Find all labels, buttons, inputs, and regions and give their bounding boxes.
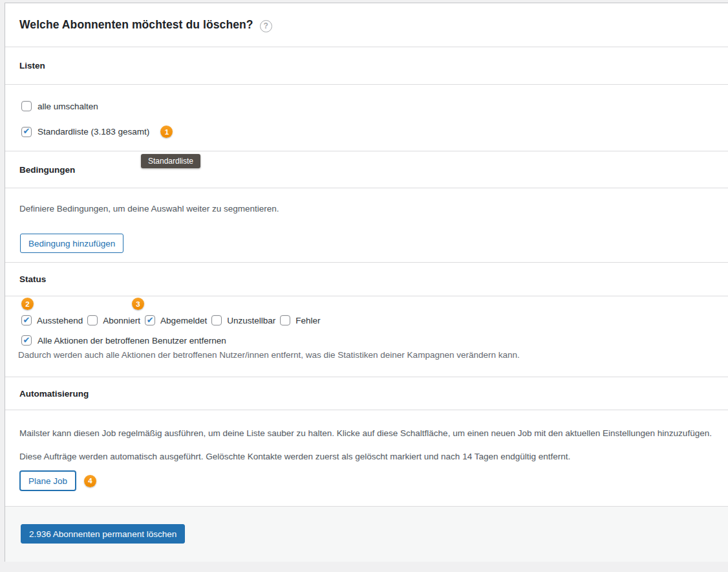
standardliste-tooltip: Standardliste — [141, 154, 200, 168]
section-label-automatisierung: Automatisierung — [5, 377, 728, 410]
default-list-row: Standardliste (3.183 gesamt) 1 — [21, 126, 715, 138]
toggle-all-checkbox[interactable] — [21, 101, 32, 111]
status-label: Status — [19, 274, 46, 284]
default-list-label[interactable]: Standardliste (3.183 gesamt) — [37, 127, 149, 137]
delete-subscribers-submit-button[interactable]: 2.936 Abonnenten permanent löschen — [21, 524, 185, 544]
toggle-all-label[interactable]: alle umschalten — [37, 102, 98, 111]
add-condition-button[interactable]: Bedingung hinzufügen — [20, 234, 123, 253]
schedule-job-row: Plane Job 4 — [20, 471, 715, 490]
status-checkbox-abonniert[interactable] — [87, 315, 98, 325]
status-label-ausstehend[interactable]: Ausstehend — [37, 316, 83, 325]
status-label-abonniert[interactable]: Abonniert — [103, 316, 140, 325]
section-bedingungen-content: Definiere Bedingungen, um deine Auswahl … — [5, 188, 728, 262]
section-label-status: Status — [5, 262, 728, 296]
conditions-description: Definiere Bedingungen, um deine Auswahl … — [19, 203, 715, 215]
section-label-bedingungen: Bedingungen — [5, 151, 728, 188]
page-background: { "colors": { "accent_blue": "#2271b1", … — [0, 0, 728, 572]
annotation-badge-2: 2 — [21, 298, 34, 310]
status-options-row: Ausstehend Abonniert Abgemeldet Unzustel… — [21, 315, 715, 325]
remove-actions-checkbox[interactable] — [21, 335, 32, 346]
status-label-abgemeldet[interactable]: Abgemeldet — [160, 316, 207, 325]
annotation-badge-1: 1 — [160, 126, 173, 138]
bedingungen-label: Bedingungen — [19, 165, 75, 175]
section-label-listen: Listen — [5, 47, 728, 84]
status-checkbox-ausstehend[interactable] — [21, 315, 32, 325]
section-status-content: 2 3 Ausstehend Abonniert Abgemeldet Unzu… — [5, 296, 728, 377]
automation-paragraph-2: Diese Aufträge werden automatisch ausgef… — [19, 450, 715, 463]
default-list-checkbox[interactable] — [21, 127, 32, 137]
remove-actions-label[interactable]: Alle Aktionen der betroffenen Benutzer e… — [37, 336, 226, 346]
schedule-job-button[interactable]: Plane Job — [20, 471, 76, 490]
annotation-badge-4: 4 — [84, 475, 96, 487]
section-automatisierung-content: Mailster kann diesen Job regelmäßig ausf… — [5, 410, 728, 506]
status-label-unzustellbar[interactable]: Unzustellbar — [227, 316, 275, 325]
annotation-badge-3: 3 — [132, 298, 144, 310]
help-icon[interactable]: ? — [260, 20, 272, 32]
automatisierung-label: Automatisierung — [19, 389, 89, 399]
delete-subscribers-panel: Welche Abonnenten möchtest du löschen? ?… — [5, 3, 728, 562]
remove-actions-description: Dadurch werden auch alle Aktionen der be… — [18, 349, 715, 362]
listen-label: Listen — [19, 61, 45, 71]
toggle-all-row: alle umschalten — [21, 101, 715, 111]
automation-paragraph-1: Mailster kann diesen Job regelmäßig ausf… — [19, 427, 715, 440]
section-listen-content: alle umschalten Standardliste (3.183 ges… — [5, 84, 728, 151]
panel-footer: 2.936 Abonnenten permanent löschen — [5, 506, 728, 562]
status-checkbox-fehler[interactable] — [280, 315, 290, 325]
page-title: Welche Abonnenten möchtest du löschen? — [19, 18, 253, 32]
status-checkbox-unzustellbar[interactable] — [211, 315, 222, 325]
status-label-fehler[interactable]: Fehler — [295, 316, 320, 325]
remove-actions-row: Alle Aktionen der betroffenen Benutzer e… — [21, 335, 715, 346]
panel-header: Welche Abonnenten möchtest du löschen? ? — [5, 3, 728, 47]
status-checkbox-abgemeldet[interactable] — [145, 315, 155, 325]
